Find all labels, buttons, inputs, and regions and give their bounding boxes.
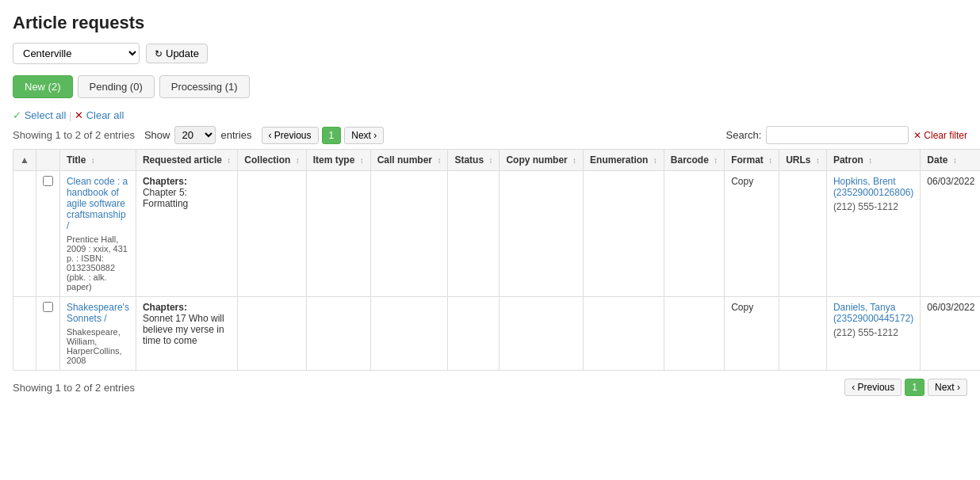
pagination-top: ‹ Previous 1 Next › [262, 127, 385, 144]
row1-patron-link[interactable]: Hopkins, Brent (23529000126806) [833, 176, 913, 198]
controls-row: ✓ Select all | ✕ Clear all [13, 109, 967, 121]
article-requests-table: ▲ Title ↕ Requested article ↕ Collection… [13, 149, 980, 371]
pagination-bottom: ‹ Previous 1 Next › [844, 379, 967, 396]
prev-button-bottom[interactable]: ‹ Previous [844, 379, 902, 396]
col-copy-number[interactable]: Copy number ↕ [500, 150, 584, 171]
page-title: Article requests [13, 13, 967, 33]
row1-title: Clean code : a handbook of agile softwar… [59, 171, 136, 297]
show-entries-select[interactable]: 201050100 [174, 126, 216, 144]
row1-patron: Hopkins, Brent (23529000126806) (212) 55… [826, 171, 920, 297]
library-select[interactable]: Centerville Main Library East Branch [13, 43, 140, 64]
col-requested-article[interactable]: Requested article ↕ [136, 150, 237, 171]
row2-article-detail: Sonnet 17 Who will believe my verse in t… [143, 313, 231, 346]
row2-title-sub: Shakespeare, William, HarperCollins, 200… [67, 327, 129, 365]
row2-format: Copy [725, 297, 779, 371]
col-title[interactable]: Title ↕ [59, 150, 136, 171]
prev-button-top[interactable]: ‹ Previous [262, 127, 319, 144]
next-button-top[interactable]: Next › [344, 127, 384, 144]
table-row: Clean code : a handbook of agile softwar… [13, 171, 981, 297]
bottom-bar: Showing 1 to 2 of 2 entries ‹ Previous 1… [13, 379, 967, 396]
row2-item-type [306, 297, 370, 371]
row2-checkbox[interactable] [36, 297, 59, 371]
row1-article-type: Chapters: [143, 176, 187, 187]
tab-pending[interactable]: Pending (0) [78, 75, 155, 98]
row1-copy-number [500, 171, 584, 297]
col-status[interactable]: Status ↕ [448, 150, 500, 171]
row1-format: Copy [725, 171, 779, 297]
row2-copy-number [500, 297, 584, 371]
row1-urls [779, 171, 827, 297]
row2-collection [238, 297, 306, 371]
col-sort[interactable]: ▲ [13, 150, 36, 171]
search-input[interactable] [766, 126, 909, 144]
row1-title-link[interactable]: Clean code : a handbook of agile softwar… [67, 176, 128, 231]
next-button-bottom[interactable]: Next › [928, 379, 967, 396]
search-label: Search: [726, 129, 762, 141]
refresh-icon: ↻ [155, 48, 163, 59]
row2-article-type: Chapters: [143, 302, 187, 313]
row2-checkbox-input[interactable] [43, 302, 53, 312]
row1-collection [238, 171, 306, 297]
row1-barcode [664, 171, 724, 297]
row1-patron-phone: (212) 555-1212 [833, 201, 913, 212]
page-number-top: 1 [322, 127, 342, 144]
table-row: Shakespeare's Sonnets / Shakespeare, Wil… [13, 297, 981, 371]
clear-all-link[interactable]: ✕ Clear all [75, 109, 124, 121]
tab-processing[interactable]: Processing (1) [159, 75, 250, 98]
row2-sort [13, 297, 36, 371]
row1-title-sub: Prentice Hall, 2009 : xxix, 431 p. : ISB… [67, 234, 129, 291]
row2-patron-phone: (212) 555-1212 [833, 327, 913, 338]
update-button[interactable]: ↻ Update [146, 44, 208, 63]
col-item-type[interactable]: Item type ↕ [306, 150, 370, 171]
row2-date: 06/03/2022 [921, 297, 980, 371]
row1-requested-article: Chapters: Chapter 5: Formatting [136, 171, 237, 297]
clear-filter-button[interactable]: ✕ Clear filter [913, 130, 967, 141]
tabs: New (2) Pending (0) Processing (1) [13, 75, 967, 98]
row2-barcode [664, 297, 724, 371]
row1-article-detail: Chapter 5: Formatting [143, 187, 231, 209]
row1-checkbox-input[interactable] [43, 176, 53, 186]
showing-info-top: Showing 1 to 2 of 2 entries [13, 129, 135, 141]
col-patron[interactable]: Patron ↕ [826, 150, 920, 171]
col-call-number[interactable]: Call number ↕ [370, 150, 448, 171]
row2-urls [779, 297, 827, 371]
row1-sort [13, 171, 36, 297]
row2-enumeration [584, 297, 664, 371]
col-collection[interactable]: Collection ↕ [238, 150, 306, 171]
row1-enumeration [584, 171, 664, 297]
row1-date: 06/03/2022 [921, 171, 980, 297]
col-format[interactable]: Format ↕ [725, 150, 779, 171]
col-date[interactable]: Date ↕ [921, 150, 980, 171]
showing-info-bottom: Showing 1 to 2 of 2 entries [13, 382, 135, 394]
col-enumeration[interactable]: Enumeration ↕ [584, 150, 664, 171]
row2-call-number [370, 297, 448, 371]
row2-patron-link[interactable]: Daniels, Tanya (23529000445172) [833, 302, 913, 324]
row1-status [448, 171, 500, 297]
select-all-link[interactable]: ✓ Select all [13, 109, 69, 121]
row2-patron: Daniels, Tanya (23529000445172) (212) 55… [826, 297, 920, 371]
col-urls[interactable]: URLs ↕ [779, 150, 827, 171]
col-checkbox [36, 150, 59, 171]
tab-new[interactable]: New (2) [13, 75, 73, 98]
row2-requested-article: Chapters: Sonnet 17 Who will believe my … [136, 297, 237, 371]
row2-title: Shakespeare's Sonnets / Shakespeare, Wil… [59, 297, 136, 371]
row2-status [448, 297, 500, 371]
page-number-bottom: 1 [905, 379, 924, 396]
row1-call-number [370, 171, 448, 297]
pagination-controls-row: Showing 1 to 2 of 2 entries Show 2010501… [13, 126, 967, 144]
col-barcode[interactable]: Barcode ↕ [664, 150, 724, 171]
row1-checkbox[interactable] [36, 171, 59, 297]
row1-item-type [306, 171, 370, 297]
top-bar: Centerville Main Library East Branch ↻ U… [13, 43, 967, 64]
row2-title-link[interactable]: Shakespeare's Sonnets / [67, 302, 129, 324]
